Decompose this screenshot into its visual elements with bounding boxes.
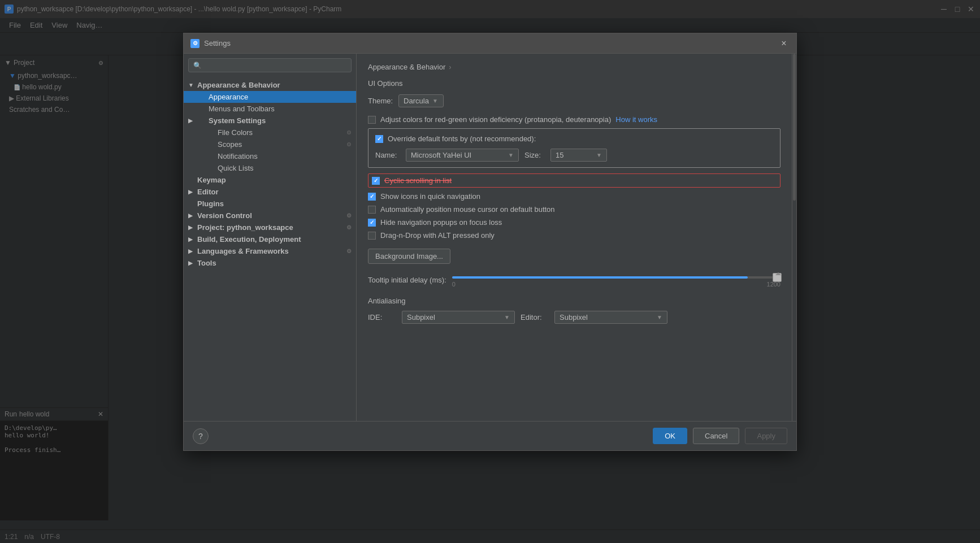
red-green-row: Adjust colors for red-green vision defic… <box>368 115 780 124</box>
sidebar-item-languages[interactable]: ▶ Languages & Frameworks ⚙ <box>184 245 356 257</box>
auto-position-label: Automatically position mouse cursor on d… <box>380 205 555 214</box>
editor-label: Editor: <box>521 313 549 322</box>
settings-icon5: ⚙ <box>346 248 352 254</box>
sidebar-label: Project: python_worksapce <box>197 223 293 232</box>
sidebar-item-menus[interactable]: Menus and Toolbars <box>184 103 356 115</box>
modal-sidebar: 🔍 ▼ Appearance & Behavior Appearance <box>184 54 357 421</box>
slider-min: 0 <box>452 281 456 288</box>
sidebar-label: Keymap <box>197 176 226 184</box>
tooltip-slider-section: Tooltip initial delay (ms): <box>368 272 780 288</box>
modal-scrollbar[interactable] <box>792 54 796 421</box>
cyclic-checkbox[interactable] <box>372 177 380 185</box>
sidebar-label: Build, Execution, Deployment <box>197 235 301 244</box>
font-size-dropdown[interactable]: 15 ▼ <box>550 149 607 162</box>
theme-dropdown[interactable]: Darcula ▼ <box>398 94 444 107</box>
sidebar-item-project[interactable]: ▶ Project: python_worksapce ⚙ <box>184 221 356 233</box>
font-row: Name: Microsoft YaHei UI ▼ Size: 15 ▼ <box>375 149 773 162</box>
drag-drop-row: Drag-n-Drop with ALT pressed only <box>368 231 780 240</box>
sidebar-item-file-colors[interactable]: File Colors ⚙ <box>184 127 356 138</box>
how-it-works-link[interactable]: How it works <box>615 115 657 124</box>
modal-title: Settings <box>204 39 778 47</box>
red-green-checkbox[interactable] <box>368 116 376 124</box>
sidebar-label: Quick Lists <box>218 164 254 172</box>
show-icons-checkbox[interactable] <box>368 193 376 201</box>
modal-body: 🔍 ▼ Appearance & Behavior Appearance <box>184 54 796 421</box>
ide-aa-dropdown[interactable]: Subpixel ▼ <box>402 311 515 324</box>
slider-fill <box>452 276 748 279</box>
drag-drop-checkbox[interactable] <box>368 232 376 240</box>
size-dropdown-arrow-icon: ▼ <box>596 152 602 158</box>
settings-search[interactable]: 🔍 <box>188 58 352 72</box>
sidebar-label: Version Control <box>197 211 252 220</box>
sidebar-item-system-settings[interactable]: ▶ System Settings <box>184 115 356 127</box>
settings-icon: ⚙ <box>346 129 352 136</box>
font-size-label: Size: <box>524 151 545 159</box>
override-fonts-checkbox[interactable] <box>375 135 383 143</box>
breadcrumb-separator: › <box>449 63 451 71</box>
scrollbar-thumb[interactable] <box>793 54 796 201</box>
sidebar-item-scopes[interactable]: Scopes ⚙ <box>184 138 356 150</box>
sidebar-item-keymap[interactable]: Keymap <box>184 174 356 186</box>
background-image-button[interactable]: Background Image... <box>368 249 450 264</box>
sidebar-item-appearance-behavior[interactable]: ▼ Appearance & Behavior <box>184 79 356 91</box>
aa-row: IDE: Subpixel ▼ Editor: Subpixel ▼ <box>368 311 780 324</box>
ide-dropdown-arrow-icon: ▼ <box>504 314 510 320</box>
font-name-dropdown[interactable]: Microsoft YaHei UI ▼ <box>406 149 519 162</box>
slider-ticks: 0 1200 <box>452 281 780 288</box>
sidebar-item-build[interactable]: ▶ Build, Execution, Deployment <box>184 233 356 245</box>
font-size-value: 15 <box>556 151 563 159</box>
theme-label: Theme: <box>368 97 393 105</box>
show-icons-row: Show icons in quick navigation <box>368 192 780 201</box>
sidebar-label: Appearance <box>209 93 248 101</box>
sidebar-label: File Colors <box>218 128 253 137</box>
sidebar-tree: ▼ Appearance & Behavior Appearance Menus… <box>184 77 356 421</box>
sidebar-item-appearance[interactable]: Appearance <box>184 91 356 103</box>
theme-value: Darcula <box>404 97 429 105</box>
apply-button[interactable]: Apply <box>745 428 787 444</box>
settings-icon2: ⚙ <box>346 141 352 147</box>
section-title: UI Options <box>368 79 780 88</box>
sidebar-label: Scopes <box>218 140 242 149</box>
hide-nav-row: Hide navigation popups on focus loss <box>368 218 780 227</box>
sidebar-label: Notifications <box>218 152 258 160</box>
settings-dialog: ⚙ Settings × 🔍 ▼ Appearance & Behavior <box>183 33 797 451</box>
auto-position-checkbox[interactable] <box>368 206 376 214</box>
search-input[interactable] <box>205 61 346 69</box>
sidebar-item-tools[interactable]: ▶ Tools <box>184 257 356 269</box>
sidebar-label: Appearance & Behavior <box>197 81 280 89</box>
sidebar-item-quick-lists[interactable]: Quick Lists <box>184 162 356 174</box>
show-icons-label: Show icons in quick navigation <box>380 192 480 201</box>
sidebar-item-plugins[interactable]: Plugins <box>184 198 356 210</box>
slider-thumb[interactable] <box>773 273 782 282</box>
ide-label: IDE: <box>368 313 396 322</box>
modal-icon: ⚙ <box>190 39 200 48</box>
sidebar-label: Plugins <box>197 199 224 208</box>
tooltip-row: Tooltip initial delay (ms): <box>368 272 780 288</box>
sidebar-item-editor[interactable]: ▶ Editor <box>184 186 356 198</box>
leaf-icon <box>188 94 195 100</box>
sidebar-label: Editor <box>197 188 219 196</box>
theme-row: Theme: Darcula ▼ <box>368 94 780 107</box>
font-name-value: Microsoft YaHei UI <box>411 151 471 159</box>
font-dropdown-arrow-icon: ▼ <box>508 152 514 158</box>
cancel-button[interactable]: Cancel <box>693 428 739 444</box>
slider-container: 0 1200 <box>452 272 780 288</box>
editor-aa-value: Subpixel <box>560 313 588 322</box>
breadcrumb: Appearance & Behavior › <box>368 63 780 71</box>
cyclic-label: Cyclic scrolling in list <box>384 176 452 185</box>
settings-icon4: ⚙ <box>346 224 352 231</box>
modal-overlay: ⚙ Settings × 🔍 ▼ Appearance & Behavior <box>0 0 980 543</box>
override-fonts-box: Override default fonts by (not recommend… <box>368 128 780 168</box>
hide-nav-label: Hide navigation popups on focus loss <box>380 218 502 227</box>
modal-close-button[interactable]: × <box>778 38 790 49</box>
editor-dropdown-arrow-icon: ▼ <box>657 314 662 320</box>
override-fonts-row: Override default fonts by (not recommend… <box>375 134 773 143</box>
sidebar-item-version-control[interactable]: ▶ Version Control ⚙ <box>184 210 356 221</box>
settings-icon3: ⚙ <box>346 212 352 219</box>
sidebar-label: Tools <box>197 259 216 267</box>
editor-aa-dropdown[interactable]: Subpixel ▼ <box>554 311 667 324</box>
hide-nav-checkbox[interactable] <box>368 219 376 227</box>
ok-button[interactable]: OK <box>653 428 687 444</box>
help-button[interactable]: ? <box>193 428 209 444</box>
sidebar-item-notifications[interactable]: Notifications <box>184 150 356 162</box>
